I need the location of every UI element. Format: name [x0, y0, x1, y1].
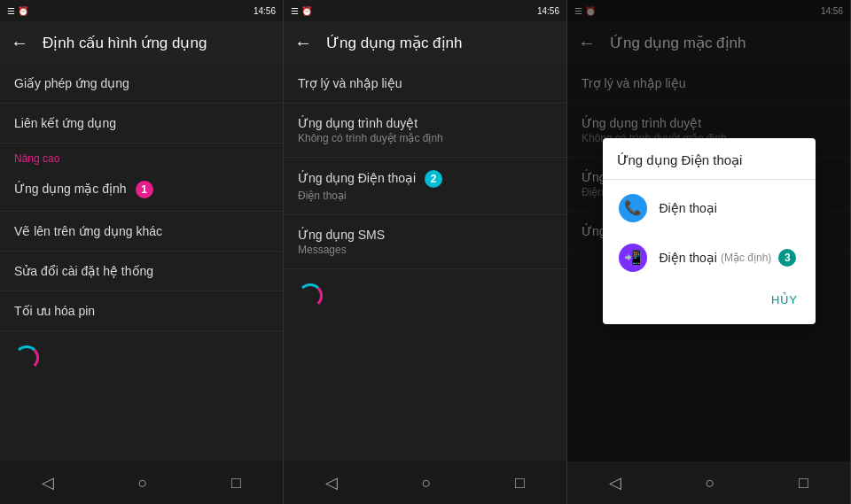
phone-icon-1: 📞 [617, 192, 649, 224]
top-bar-title-1: Định cấu hình ứng dụng [43, 34, 207, 52]
loading-spinner-2 [298, 283, 323, 308]
item-title: Ứng dụng SMS [298, 228, 552, 242]
list-item-ung-dung-mac-dinh[interactable]: Ứng dụng mặc định 1 [0, 168, 283, 212]
list-item-trinh-duyet[interactable]: Ứng dụng trình duyệt Không có trình duyệ… [284, 104, 566, 158]
badge-3: 3 [778, 249, 796, 267]
badge-1: 1 [136, 181, 153, 198]
dialog-option-2[interactable]: 📲 Điện thoại (Mặc định) 3 [603, 233, 816, 283]
list-item-toi-uu[interactable]: Tối ưu hóa pin [0, 291, 283, 331]
viber-phone-icon: 📲 [619, 244, 647, 272]
item-title: Ứng dụng Điện thoại 2 [298, 170, 552, 188]
bottom-nav-3: ◁ ○ □ [567, 461, 850, 504]
status-bar-left-1: ☰ ⏰ [7, 6, 28, 16]
recents-nav-3[interactable]: □ [781, 467, 826, 500]
home-nav-3[interactable]: ○ [688, 467, 733, 500]
status-bar-right-2: 14:56 [537, 6, 559, 16]
item-subtitle: Messages [298, 244, 552, 256]
status-bar-2: ☰ ⏰ 14:56 [284, 0, 566, 21]
dialog-option-2-label: Điện thoại [660, 251, 717, 265]
status-bar-1: ☰ ⏰ 14:56 [0, 0, 283, 21]
top-bar-title-2: Ứng dụng mặc định [326, 34, 462, 52]
back-nav-3[interactable]: ◁ [591, 466, 639, 500]
time-2: 14:56 [537, 6, 559, 16]
item-title: Tối ưu hóa pin [14, 304, 269, 318]
dialog-option-1[interactable]: 📞 Điện thoại [603, 183, 816, 233]
item-subtitle: Điện thoại [298, 190, 552, 202]
badge-2: 2 [425, 170, 442, 188]
home-nav-2[interactable]: ○ [404, 467, 449, 500]
back-button-2[interactable]: ← [294, 33, 312, 53]
dialog-overlay: Ứng dụng Điện thoại 📞 Điện thoại 📲 Điện … [567, 0, 850, 461]
dialog-actions: HỦY [603, 283, 816, 317]
item-title: Sửa đổi cài đặt hệ thống [14, 264, 269, 278]
recents-nav-1[interactable]: □ [214, 467, 259, 500]
top-bar-1: ← Định cấu hình ứng dụng [0, 21, 283, 64]
loading-spinner-1 [14, 345, 39, 370]
notification-icons: ☰ ⏰ [7, 6, 28, 16]
list-item-ve-len[interactable]: Vẽ lên trên ứng dụng khác [0, 212, 283, 252]
back-nav-1[interactable]: ◁ [24, 466, 72, 500]
status-bar-left-2: ☰ ⏰ [291, 6, 312, 16]
dialog-separator-top [603, 179, 816, 180]
dialog-title: Ứng dụng Điện thoại [603, 138, 816, 175]
bottom-nav-2: ◁ ○ □ [284, 461, 566, 504]
blue-phone-icon: 📞 [619, 194, 647, 222]
notification-icons-2: ☰ ⏰ [291, 6, 312, 16]
home-nav-1[interactable]: ○ [121, 467, 166, 500]
item-title: Giấy phép ứng dụng [14, 76, 269, 90]
back-nav-2[interactable]: ◁ [308, 466, 355, 500]
panel-2: ☰ ⏰ 14:56 ← Ứng dụng mặc định Trợ lý và … [284, 0, 567, 504]
item-title: Trợ lý và nhập liệu [298, 76, 552, 90]
spinner-container-1 [0, 331, 283, 384]
item-subtitle: Không có trình duyệt mặc định [298, 132, 552, 144]
spinner-container-2 [284, 269, 566, 322]
bottom-nav-1: ◁ ○ □ [0, 461, 283, 504]
item-title: Liên kết ứng dụng [14, 116, 269, 130]
phone-icon-2: 📲 [617, 242, 649, 274]
status-bar-right-1: 14:56 [254, 6, 276, 16]
recents-nav-2[interactable]: □ [497, 467, 543, 500]
list-item-giay-phep[interactable]: Giấy phép ứng dụng [0, 64, 283, 104]
item-title: Ứng dụng mặc định 1 [14, 181, 269, 198]
panel-1: ☰ ⏰ 14:56 ← Định cấu hình ứng dụng Giấy … [0, 0, 284, 504]
list-item-tro-ly[interactable]: Trợ lý và nhập liệu [284, 64, 566, 104]
panel-3: ☰ ⏰ 14:56 ← Ứng dụng mặc định Trợ lý và … [567, 0, 851, 504]
time-1: 14:56 [254, 6, 276, 16]
item-title: Vẽ lên trên ứng dụng khác [14, 224, 269, 238]
list-item-sms[interactable]: Ứng dụng SMS Messages [284, 215, 566, 269]
list-2: Trợ lý và nhập liệu Ứng dụng trình duyệt… [284, 64, 566, 461]
section-header-nang-cao: Nâng cao [0, 143, 283, 168]
cancel-button[interactable]: HỦY [761, 286, 808, 314]
list-1: Giấy phép ứng dụng Liên kết ứng dụng Nân… [0, 64, 283, 461]
back-button-1[interactable]: ← [11, 33, 28, 53]
top-bar-2: ← Ứng dụng mặc định [284, 21, 566, 64]
dialog-option-2-sublabel: (Mặc định) [721, 252, 771, 264]
list-item-sua-doi[interactable]: Sửa đổi cài đặt hệ thống [0, 252, 283, 291]
list-item-dien-thoai[interactable]: Ứng dụng Điện thoại 2 Điện thoại [284, 158, 566, 215]
item-title: Ứng dụng trình duyệt [298, 116, 552, 130]
list-item-lien-ket[interactable]: Liên kết ứng dụng [0, 104, 283, 143]
dialog-dien-thoai: Ứng dụng Điện thoại 📞 Điện thoại 📲 Điện … [603, 138, 816, 324]
dialog-option-1-label: Điện thoại [660, 201, 717, 215]
